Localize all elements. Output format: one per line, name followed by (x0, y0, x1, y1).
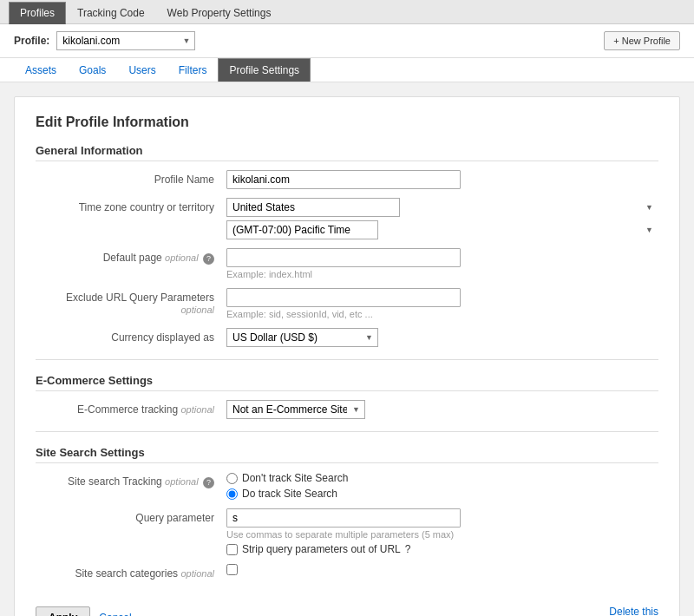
strip-query-help-icon[interactable]: ? (405, 543, 411, 555)
query-param-row: Query parameter Use commas to separate m… (36, 508, 658, 555)
timezone-control: United States (GMT-07:00) Pacific Time (226, 198, 658, 239)
currency-row: Currency displayed as US Dollar (USD $) (36, 328, 658, 347)
default-page-row: Default page optional ? Example: index.h… (36, 248, 658, 279)
ecommerce-section-title: E-Commerce Settings (36, 374, 658, 391)
exclude-url-hint: Example: sid, sessionId, vid, etc ... (226, 309, 658, 319)
profile-name-label: Profile Name (36, 170, 226, 186)
timezone-offset-wrapper[interactable]: (GMT-07:00) Pacific Time (226, 220, 658, 239)
profile-name-control (226, 170, 658, 189)
tab-assets[interactable]: Assets (14, 58, 68, 82)
currency-control: US Dollar (USD $) (226, 328, 658, 347)
currency-select-wrapper[interactable]: US Dollar (USD $) (226, 328, 378, 347)
timezone-row: Time zone country or territory United St… (36, 198, 658, 239)
ecommerce-control: Not an E-Commerce Site (226, 400, 658, 419)
ecommerce-row: E-Commerce tracking optional Not an E-Co… (36, 400, 658, 419)
query-param-control: Use commas to separate multiple paramete… (226, 508, 658, 555)
exclude-url-control: Example: sid, sessionId, vid, etc ... (226, 288, 658, 319)
site-search-tracking-row: Site search Tracking optional ? Don't tr… (36, 472, 658, 500)
actions-left: Apply Cancel (36, 606, 132, 616)
timezone-country-wrapper[interactable]: United States (226, 198, 658, 217)
do-track-radio-label[interactable]: Do track Site Search (226, 488, 658, 500)
exclude-url-label: Exclude URL Query Parameters optional (36, 288, 226, 316)
site-search-radio-group: Don't track Site Search Do track Site Se… (226, 472, 658, 500)
cancel-link[interactable]: Cancel (99, 612, 131, 616)
site-categories-label: Site search categories optional (36, 564, 226, 580)
profile-label: Profile: (14, 35, 49, 47)
top-nav-tab-tracking[interactable]: Tracking Code (66, 2, 156, 23)
profile-name-row: Profile Name (36, 170, 658, 189)
default-page-label: Default page optional ? (36, 248, 226, 265)
top-nav-tab-profiles[interactable]: Profiles (9, 2, 66, 24)
timezone-country-select[interactable]: United States (226, 198, 400, 217)
profile-select[interactable]: kikolani.com (56, 31, 195, 50)
exclude-url-input[interactable] (226, 288, 461, 307)
general-section-title: General Information (36, 144, 658, 161)
default-page-hint: Example: index.html (226, 269, 658, 279)
profile-bar: Profile: kikolani.com + New Profile (0, 24, 694, 58)
edit-profile-title: Edit Profile Information (36, 115, 658, 130)
exclude-url-optional: optional (180, 305, 214, 315)
site-search-section-title: Site Search Settings (36, 446, 658, 463)
ecommerce-label: E-Commerce tracking optional (36, 400, 226, 416)
dont-track-radio-label[interactable]: Don't track Site Search (226, 472, 658, 484)
do-track-label: Do track Site Search (242, 488, 337, 500)
default-page-optional: optional (165, 252, 199, 263)
site-search-control: Don't track Site Search Do track Site Se… (226, 472, 658, 500)
strip-query-checkbox[interactable] (226, 544, 238, 555)
strip-query-label: Strip query parameters out of URL (242, 543, 401, 555)
ecommerce-optional: optional (180, 404, 214, 415)
query-param-input[interactable] (226, 508, 461, 528)
default-page-control: Example: index.html (226, 248, 658, 279)
query-param-label: Query parameter (36, 508, 226, 524)
site-search-optional: optional (165, 476, 199, 487)
ecommerce-select-wrapper[interactable]: Not an E-Commerce Site (226, 400, 365, 419)
exclude-url-row: Exclude URL Query Parameters optional Ex… (36, 288, 658, 319)
apply-button[interactable]: Apply (36, 606, 90, 616)
do-track-radio[interactable] (226, 488, 238, 500)
site-search-help-icon[interactable]: ? (203, 477, 214, 488)
site-categories-optional: optional (180, 568, 214, 579)
dont-track-label: Don't track Site Search (242, 472, 348, 484)
timezone-label: Time zone country or territory (36, 198, 226, 213)
site-categories-checkbox[interactable] (226, 564, 238, 575)
ecommerce-select[interactable]: Not an E-Commerce Site (226, 400, 365, 419)
delete-profile-link[interactable]: Delete this profile (609, 606, 658, 616)
top-navigation: Profiles Tracking Code Web Property Sett… (0, 0, 694, 24)
timezone-offset-select[interactable]: (GMT-07:00) Pacific Time (226, 220, 378, 239)
sub-tabs: Assets Goals Users Filters Profile Setti… (0, 58, 694, 82)
top-nav-tab-property[interactable]: Web Property Settings (156, 2, 283, 23)
site-categories-control (226, 564, 658, 578)
new-profile-button[interactable]: + New Profile (604, 31, 680, 50)
form-actions: Apply Cancel Delete this profile (36, 597, 658, 616)
tab-profile-settings[interactable]: Profile Settings (218, 58, 311, 82)
tab-users[interactable]: Users (117, 58, 167, 82)
tab-filters[interactable]: Filters (167, 58, 219, 82)
currency-label: Currency displayed as (36, 328, 226, 344)
main-content: Edit Profile Information General Informa… (0, 82, 694, 616)
default-page-help-icon[interactable]: ? (203, 253, 214, 265)
site-search-label: Site search Tracking optional ? (36, 472, 226, 488)
profile-select-wrapper[interactable]: kikolani.com (56, 31, 195, 50)
form-card: Edit Profile Information General Informa… (14, 96, 680, 616)
strip-query-checkbox-label[interactable]: Strip query parameters out of URL ? (226, 543, 658, 555)
tab-goals[interactable]: Goals (68, 58, 117, 82)
dont-track-radio[interactable] (226, 473, 238, 484)
query-param-hint: Use commas to separate multiple paramete… (226, 529, 658, 540)
default-page-input[interactable] (226, 248, 461, 267)
site-categories-row: Site search categories optional (36, 564, 658, 580)
profile-name-input[interactable] (226, 170, 461, 189)
currency-select[interactable]: US Dollar (USD $) (226, 328, 378, 347)
